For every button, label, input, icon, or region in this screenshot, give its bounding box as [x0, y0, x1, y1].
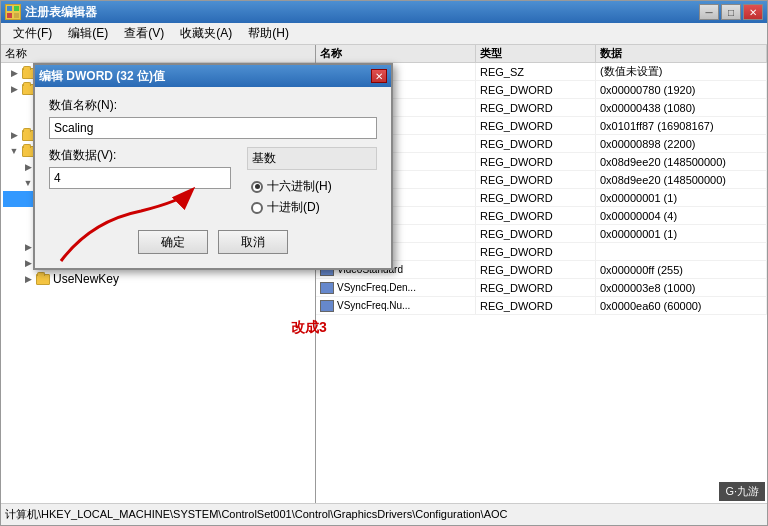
reg-data: 0x08d9ee20 (148500000): [596, 153, 767, 170]
title-bar: 注册表编辑器 ─ □ ✕: [1, 1, 767, 23]
expand-icon: ▶: [7, 128, 21, 142]
radio-circle-dec: [251, 202, 263, 214]
tree-label: UseNewKey: [51, 272, 119, 286]
dialog-base-label: 基数: [247, 147, 377, 170]
menu-edit[interactable]: 编辑(E): [60, 23, 116, 44]
radio-dec[interactable]: 十进制(D): [251, 199, 373, 216]
reg-data: 0x08d9ee20 (148500000): [596, 171, 767, 188]
reg-data: 0x000003e8 (1000): [596, 279, 767, 296]
tree-header-label: 名称: [5, 46, 27, 61]
col-header-type: 类型: [476, 45, 596, 62]
dialog-title-bar: 编辑 DWORD (32 位)值 ✕: [35, 65, 391, 87]
maximize-button[interactable]: □: [721, 4, 741, 20]
reg-data: 0x0101ff87 (16908167): [596, 117, 767, 134]
menu-file[interactable]: 文件(F): [5, 23, 60, 44]
col-header-name: 名称: [316, 45, 476, 62]
reg-row-vsync-nu[interactable]: VSyncFreq.Nu... REG_DWORD 0x0000ea60 (60…: [316, 297, 767, 315]
reg-type: REG_DWORD: [476, 81, 596, 98]
radio-dec-label: 十进制(D): [267, 199, 320, 216]
reg-name: VSyncFreq.Den...: [316, 279, 476, 296]
main-window: 注册表编辑器 ─ □ ✕ 文件(F) 编辑(E) 查看(V) 收藏夹(A) 帮助…: [0, 0, 768, 526]
reg-type: REG_DWORD: [476, 297, 596, 314]
reg-type: REG_DWORD: [476, 117, 596, 134]
cancel-button[interactable]: 取消: [218, 230, 288, 254]
folder-icon: [35, 272, 51, 286]
status-bar: 计算机\HKEY_LOCAL_MACHINE\SYSTEM\ControlSet…: [1, 503, 767, 525]
close-button[interactable]: ✕: [743, 4, 763, 20]
reg-data: 0x00000898 (2200): [596, 135, 767, 152]
dialog-name-input[interactable]: [49, 117, 377, 139]
reg-name: VSyncFreq.Nu...: [316, 297, 476, 314]
app-icon: [5, 4, 21, 20]
radio-hex-label: 十六进制(H): [267, 178, 332, 195]
ok-button[interactable]: 确定: [138, 230, 208, 254]
reg-icon: [320, 282, 334, 294]
reg-type: REG_DWORD: [476, 243, 596, 260]
svg-rect-3: [14, 13, 19, 18]
col-header-data: 数据: [596, 45, 767, 62]
svg-rect-0: [7, 6, 12, 11]
status-text: 计算机\HKEY_LOCAL_MACHINE\SYSTEM\ControlSet…: [5, 507, 508, 522]
reg-icon: [320, 300, 334, 312]
radio-group: 十六进制(H) 十进制(D): [247, 174, 377, 220]
svg-rect-1: [14, 6, 19, 11]
reg-data: [596, 243, 767, 260]
reg-type: REG_DWORD: [476, 225, 596, 242]
expand-icon: ▶: [21, 272, 35, 286]
tree-header: 名称: [1, 45, 315, 63]
window-title: 注册表编辑器: [25, 4, 97, 21]
reg-type: REG_DWORD: [476, 153, 596, 170]
radio-hex[interactable]: 十六进制(H): [251, 178, 373, 195]
svg-rect-2: [7, 13, 12, 18]
reg-data: 0x00000001 (1): [596, 189, 767, 206]
reg-type: REG_DWORD: [476, 207, 596, 224]
dialog-row: 数值数据(V): 基数 十六进制(H) 十进制(D): [49, 147, 377, 220]
reg-data: 0x00000438 (1080): [596, 99, 767, 116]
reg-data: 0x00000004 (4): [596, 207, 767, 224]
tree-item-use-new-key[interactable]: ▶ UseNewKey: [3, 271, 313, 287]
reg-type: REG_DWORD: [476, 261, 596, 278]
dialog-name-label: 数值名称(N):: [49, 97, 377, 114]
radio-circle-hex: [251, 181, 263, 193]
reg-type: REG_DWORD: [476, 99, 596, 116]
reg-data: 0x0000ea60 (60000): [596, 297, 767, 314]
dialog-value-col: 数值数据(V):: [49, 147, 231, 189]
dialog-value-label: 数值数据(V):: [49, 147, 231, 164]
dialog-base-col: 基数 十六进制(H) 十进制(D): [247, 147, 377, 220]
dialog-value-input[interactable]: [49, 167, 231, 189]
title-bar-left: 注册表编辑器: [5, 4, 97, 21]
reg-type: REG_DWORD: [476, 189, 596, 206]
reg-type: REG_DWORD: [476, 171, 596, 188]
dialog-title: 编辑 DWORD (32 位)值: [39, 68, 165, 85]
reg-type: REG_DWORD: [476, 135, 596, 152]
minimize-button[interactable]: ─: [699, 4, 719, 20]
reg-data: 0x00000780 (1920): [596, 81, 767, 98]
reg-type: REG_DWORD: [476, 279, 596, 296]
dialog-buttons: 确定 取消: [49, 230, 377, 258]
expand-icon: ▼: [7, 144, 21, 158]
reg-data: 0x000000ff (255): [596, 261, 767, 278]
right-pane-header: 名称 类型 数据: [316, 45, 767, 63]
expand-icon: ▶: [7, 66, 21, 80]
dialog-close-button[interactable]: ✕: [371, 69, 387, 83]
dialog-content: 数值名称(N): 数值数据(V): 基数 十六进制(H): [35, 87, 391, 268]
expand-icon: ▶: [7, 82, 21, 96]
menu-favorites[interactable]: 收藏夹(A): [172, 23, 240, 44]
reg-row-vsync-den[interactable]: VSyncFreq.Den... REG_DWORD 0x000003e8 (1…: [316, 279, 767, 297]
menu-help[interactable]: 帮助(H): [240, 23, 297, 44]
dword-dialog: 编辑 DWORD (32 位)值 ✕ 数值名称(N): 数值数据(V): 基数 …: [33, 63, 393, 270]
reg-type: REG_SZ: [476, 63, 596, 80]
menu-bar: 文件(F) 编辑(E) 查看(V) 收藏夹(A) 帮助(H): [1, 23, 767, 45]
menu-view[interactable]: 查看(V): [116, 23, 172, 44]
reg-data: (数值未设置): [596, 63, 767, 80]
reg-data: 0x00000001 (1): [596, 225, 767, 242]
title-controls: ─ □ ✕: [699, 4, 763, 20]
